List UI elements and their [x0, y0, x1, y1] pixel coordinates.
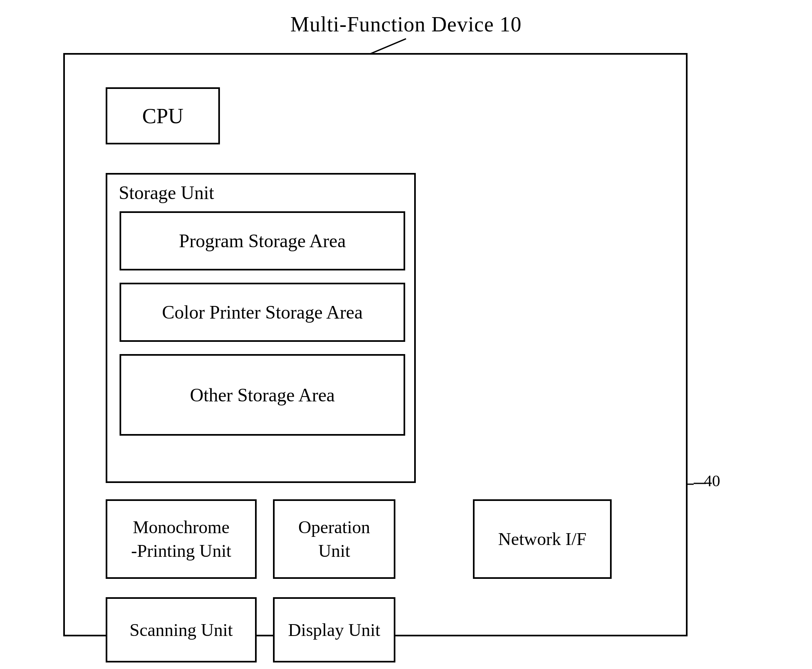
network-if-label: Network I/F: [498, 529, 586, 549]
mono-printing-unit-label: Monochrome-Printing Unit: [131, 516, 231, 562]
storage-unit-box: Storage Unit Program Storage Area Color …: [106, 173, 416, 483]
storage-unit-title: Storage Unit: [119, 182, 214, 204]
mono-printing-unit-box: Monochrome-Printing Unit: [106, 499, 257, 579]
scanning-unit-label: Scanning Unit: [130, 620, 233, 640]
ref-40: 40: [704, 471, 720, 490]
program-storage-label: Program Storage Area: [179, 230, 346, 252]
cpu-label: CPU: [142, 104, 183, 128]
network-if-box: Network I/F: [473, 499, 612, 579]
cpu-box: CPU: [106, 87, 220, 144]
operation-unit-box: OperationUnit: [273, 499, 395, 579]
program-storage-box: Program Storage Area: [120, 211, 405, 270]
scanning-unit-box: Scanning Unit: [106, 597, 257, 662]
display-unit-box: Display Unit: [273, 597, 395, 662]
main-title: Multi-Function Device 10: [290, 13, 521, 36]
svg-line-0: [367, 39, 406, 55]
operation-unit-label: OperationUnit: [298, 516, 370, 562]
other-storage-label: Other Storage Area: [190, 384, 335, 406]
other-storage-box: Other Storage Area: [120, 354, 405, 436]
diagram-title-area: Multi-Function Device 10: [0, 12, 812, 36]
color-printer-storage-label: Color Printer Storage Area: [162, 301, 363, 323]
diagram-container: Multi-Function Device 10 12 14 16 18 20 …: [0, 0, 812, 669]
main-device-box: CPU Storage Unit Program Storage Area Co…: [63, 53, 688, 636]
display-unit-label: Display Unit: [288, 620, 380, 640]
color-printer-storage-box: Color Printer Storage Area: [120, 283, 405, 342]
